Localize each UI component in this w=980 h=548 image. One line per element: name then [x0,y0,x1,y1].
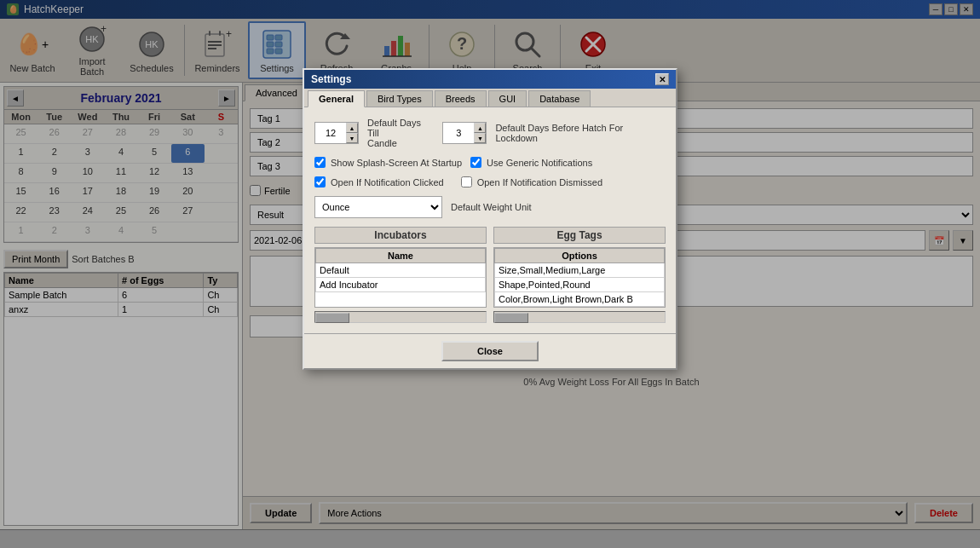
lockdown-days-input[interactable] [443,123,474,143]
modal-overlay: Settings ✕ General Bird Types Breeds GUI… [0,0,980,548]
modal-tab-bird-types[interactable]: Bird Types [366,90,433,107]
open-dismissed-checkbox[interactable] [461,176,472,187]
egg-tag-col-options: Options [495,249,665,263]
open-clicked-label: Open If Notification Clicked [314,176,444,187]
table-row[interactable]: Shape,Pointed,Round [495,278,665,292]
settings-weight-row: Ounce Gram Kilogram Pound Default Weight… [314,196,666,218]
modal-tab-breeds[interactable]: Breeds [435,90,487,107]
candle-up-button[interactable]: ▲ [346,123,358,133]
generic-notif-label: Use Generic Notifications [470,157,592,168]
incubators-header: Incubators [314,227,487,244]
generic-notif-checkbox[interactable] [470,157,481,168]
generic-notif-text: Use Generic Notifications [487,158,592,168]
weight-unit-select[interactable]: Ounce Gram Kilogram Pound [314,196,442,218]
modal-titlebar: Settings ✕ [304,70,676,89]
settings-days-row: ▲ ▼ Default Days TillCandle ▲ ▼ Default … [314,118,666,148]
modal-tables: Incubators Name Default Add [314,227,666,323]
splash-text: Show Splash-Screen At Startup [331,158,462,168]
incubators-wrap: Incubators Name Default Add [314,227,487,323]
weight-unit-label: Default Weight Unit [451,202,532,212]
splash-label: Show Splash-Screen At Startup [314,157,462,168]
modal-title: Settings [311,73,351,85]
close-modal-button[interactable]: Close [441,341,539,361]
candle-days-spinners: ▲ ▼ [346,123,358,143]
modal-close-button[interactable]: ✕ [655,73,669,85]
egg-tags-table: Options Size,Small,Medium,Large Shape,Po… [493,247,666,308]
egg-tag-options: Shape,Pointed,Round [495,278,665,292]
lockdown-up-button[interactable]: ▲ [474,123,486,133]
open-dismissed-text: Open If Notification Dismissed [477,177,602,187]
table-row[interactable]: Add Incubator [316,278,486,292]
modal-tab-gui[interactable]: GUI [488,90,527,107]
candle-days-wrap: ▲ ▼ [314,122,359,144]
settings-checks-row2: Open If Notification Clicked Open If Not… [314,176,666,187]
open-dismissed-label: Open If Notification Dismissed [461,176,602,187]
open-clicked-checkbox[interactable] [314,176,326,187]
egg-tags-scrollbar[interactable] [493,311,666,323]
table-row[interactable]: Default [316,263,486,278]
egg-tags-wrap: Egg Tags Options Size,Small,Medium,Large [493,227,666,323]
lockdown-days-label: Default Days Before Hatch For Lockdown [495,123,666,143]
egg-tag-options: Size,Small,Medium,Large [495,263,665,278]
modal-tabs: General Bird Types Breeds GUI Database [304,89,676,107]
incubators-table: Name Default Add Incubator [314,247,487,308]
splash-checkbox[interactable] [314,157,326,168]
candle-down-button[interactable]: ▼ [346,133,358,143]
incubator-name: Default [316,263,486,278]
table-row[interactable]: Size,Small,Medium,Large [495,263,665,278]
egg-tags-header: Egg Tags [493,227,666,244]
incubators-scrollbar[interactable] [314,311,487,323]
modal-body: ▲ ▼ Default Days TillCandle ▲ ▼ Default … [304,107,676,333]
lockdown-down-button[interactable]: ▼ [474,133,486,143]
settings-modal: Settings ✕ General Bird Types Breeds GUI… [303,68,677,370]
egg-tag-options: Color,Brown,Light Brown,Dark B [495,292,665,307]
lockdown-days-wrap: ▲ ▼ [442,122,487,144]
incubator-col-name: Name [316,249,486,263]
candle-days-input[interactable] [315,123,346,143]
incubator-add: Add Incubator [316,278,486,292]
modal-footer: Close [304,333,676,368]
settings-checks-row1: Show Splash-Screen At Startup Use Generi… [314,157,666,168]
lockdown-days-spinners: ▲ ▼ [474,123,486,143]
open-clicked-text: Open If Notification Clicked [331,177,444,187]
candle-days-label: Default Days TillCandle [367,118,434,148]
table-row[interactable]: Color,Brown,Light Brown,Dark B [495,292,665,307]
modal-tab-general[interactable]: General [308,90,365,107]
modal-tab-database[interactable]: Database [528,90,591,107]
